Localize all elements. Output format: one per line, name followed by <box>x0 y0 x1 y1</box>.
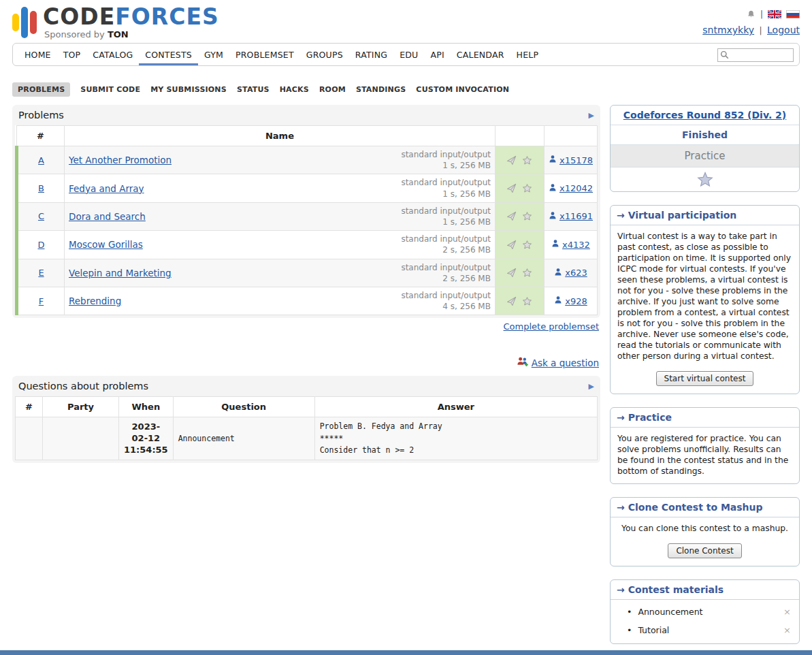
question-party-cell <box>43 417 119 460</box>
submit-plane-icon[interactable] <box>506 211 517 221</box>
search-box <box>717 48 794 62</box>
submit-plane-icon[interactable] <box>506 268 517 278</box>
submit-plane-icon[interactable] <box>506 155 517 165</box>
user-links: sntmxykky | Logout <box>702 25 800 35</box>
problem-name-link[interactable]: Dora and Search <box>69 211 146 222</box>
contest-favorite-star-icon[interactable] <box>696 179 714 190</box>
favorite-star-icon[interactable] <box>522 268 532 278</box>
sidebar: Codeforces Round 852 (Div. 2) Finished P… <box>610 105 800 655</box>
notifications-bell-icon[interactable] <box>747 10 756 19</box>
problem-io: standard input/output <box>401 149 491 160</box>
solved-count-link[interactable]: x15178 <box>559 155 593 165</box>
contest-title-link[interactable]: Codeforces Round 852 (Div. 2) <box>623 110 786 121</box>
nav-rating[interactable]: RATING <box>349 44 393 65</box>
favorite-star-icon[interactable] <box>522 183 532 193</box>
col-header-icons <box>495 126 544 146</box>
problem-letter-link[interactable]: C <box>38 211 44 221</box>
tab-hacks[interactable]: HACKS <box>280 85 309 94</box>
favorite-star-icon[interactable] <box>522 211 532 221</box>
practice-box: →Practice You are registered for practic… <box>610 407 800 484</box>
submit-plane-icon[interactable] <box>506 240 517 250</box>
codeforces-logo[interactable]: CODEFORCES Sponsored by TON <box>12 5 219 39</box>
solved-count-link[interactable]: x12042 <box>559 183 593 193</box>
logout-link[interactable]: Logout <box>767 25 800 35</box>
start-virtual-contest-button[interactable]: Start virtual contest <box>656 371 754 386</box>
col-header-name: Name <box>65 126 496 146</box>
favorite-star-icon[interactable] <box>522 240 532 250</box>
problem-limits: standard input/output1 s, 256 MB <box>401 206 491 227</box>
nav-help[interactable]: HELP <box>510 44 545 65</box>
clone-contest-box: →Clone Contest to Mashup You can clone t… <box>610 497 800 566</box>
logo-part-code: CODE <box>43 3 115 30</box>
solved-count-link[interactable]: x4132 <box>562 240 590 250</box>
submit-plane-icon[interactable] <box>506 183 517 193</box>
clone-contest-title: →Clone Contest to Mashup <box>611 498 799 517</box>
complete-problemset-link[interactable]: Complete problemset <box>504 321 599 332</box>
nav-gym[interactable]: GYM <box>198 44 229 65</box>
problem-row-e: E Velepin and Marketingstandard input/ou… <box>17 259 598 287</box>
separator: | <box>760 26 762 35</box>
close-icon[interactable]: × <box>783 625 791 635</box>
problem-name-link[interactable]: Velepin and Marketing <box>69 268 172 278</box>
nav-problemset[interactable]: PROBLEMSET <box>229 44 300 65</box>
submit-plane-icon[interactable] <box>506 296 517 306</box>
person-icon <box>549 211 557 222</box>
virtual-participation-text: Virtual contest is a way to take part in… <box>611 225 799 368</box>
expand-arrow-icon[interactable]: ▶ <box>589 111 594 120</box>
tab-my-submissions[interactable]: MY SUBMISSIONS <box>150 85 227 94</box>
problem-letter-link[interactable]: D <box>37 240 44 250</box>
nav-calendar[interactable]: CALENDAR <box>451 44 510 65</box>
problem-io: standard input/output <box>401 290 491 301</box>
expand-arrow-icon[interactable]: ▶ <box>589 382 594 391</box>
solved-count-link[interactable]: x623 <box>565 268 587 278</box>
tab-custom-invocation[interactable]: CUSTOM INVOCATION <box>416 85 509 94</box>
problem-letter-link[interactable]: F <box>39 296 44 306</box>
nav-home[interactable]: HOME <box>18 44 57 65</box>
solved-count-link[interactable]: x928 <box>565 296 587 306</box>
questions-header-row: # Party When Question Answer <box>16 397 598 417</box>
close-icon[interactable]: × <box>783 607 791 617</box>
nav-contests[interactable]: CONTESTS <box>139 44 198 65</box>
clone-button-row: Clone Contest <box>611 541 799 566</box>
problem-name-link[interactable]: Yet Another Promotion <box>69 155 172 165</box>
section-arrow-icon: → <box>617 412 625 423</box>
nav-edu[interactable]: EDU <box>393 44 424 65</box>
problem-row-c: C Dora and Searchstandard input/output1 … <box>17 202 598 230</box>
favorite-star-icon[interactable] <box>522 155 532 165</box>
col-header-solved <box>544 126 597 146</box>
problem-letter-link[interactable]: B <box>38 183 44 193</box>
ask-question-row: Ask a question <box>12 356 599 369</box>
material-item-tutorial: • Tutorial × <box>611 621 799 639</box>
nav-api[interactable]: API <box>424 44 450 65</box>
person-icon <box>549 155 557 165</box>
tab-problems[interactable]: PROBLEMS <box>12 82 70 97</box>
question-when: 2023-02-12 11:54:55 <box>119 417 174 460</box>
problem-letter-link[interactable]: A <box>38 155 44 165</box>
problem-name-link[interactable]: Moscow Gorillas <box>69 239 143 250</box>
problem-limits: standard input/output2 s, 256 MB <box>401 234 491 255</box>
material-announcement-link[interactable]: Announcement <box>638 607 783 617</box>
nav-top[interactable]: TOP <box>57 44 87 65</box>
problem-name-link[interactable]: Rebrending <box>69 295 121 306</box>
tab-status[interactable]: STATUS <box>237 85 270 94</box>
problem-letter-link[interactable]: E <box>38 268 44 278</box>
nav-groups[interactable]: GROUPS <box>300 44 349 65</box>
solved-count-link[interactable]: x11691 <box>559 211 593 221</box>
problems-table: # Name A Yet Another Promotionstandard i… <box>15 125 598 315</box>
problem-name-link[interactable]: Fedya and Array <box>69 183 144 194</box>
favorite-star-icon[interactable] <box>522 296 532 306</box>
main-nav-items: HOME TOP CATALOG CONTESTS GYM PROBLEMSET… <box>18 44 545 65</box>
tab-room[interactable]: ROOM <box>319 85 346 94</box>
lang-ru-flag-icon[interactable] <box>786 10 800 18</box>
username-link[interactable]: sntmxykky <box>702 25 754 35</box>
lang-en-flag-icon[interactable] <box>768 10 781 18</box>
ask-question-link[interactable]: Ask a question <box>532 357 599 368</box>
problem-row-b: B Fedya and Arraystandard input/output1 … <box>17 174 598 202</box>
virtual-participation-title: →Virtual participation <box>611 206 799 225</box>
tab-submit-code[interactable]: SUBMIT CODE <box>80 85 140 94</box>
problem-time-memory: 2 s, 256 MB <box>401 244 491 255</box>
clone-contest-button[interactable]: Clone Contest <box>668 543 741 558</box>
tab-standings[interactable]: STANDINGS <box>356 85 406 94</box>
nav-catalog[interactable]: CATALOG <box>86 44 139 65</box>
material-tutorial-link[interactable]: Tutorial <box>638 625 783 635</box>
